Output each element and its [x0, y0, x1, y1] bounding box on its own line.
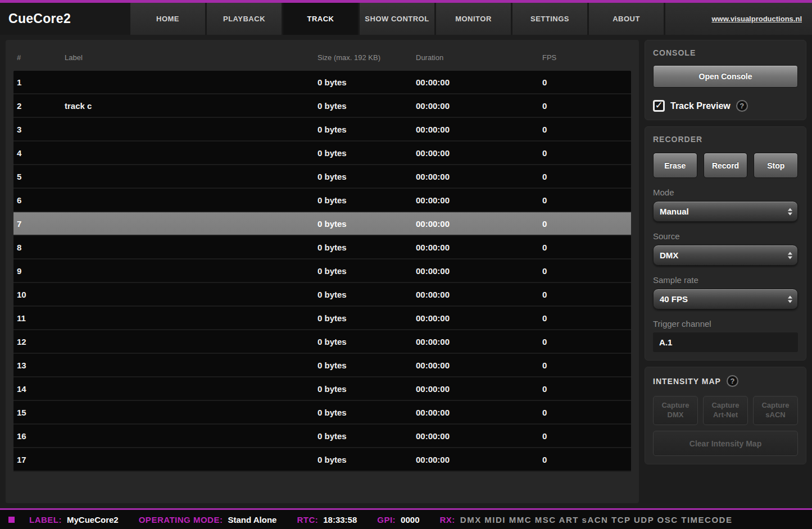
- capture-dmx-button[interactable]: CaptureDMX: [653, 396, 698, 425]
- track-row-10[interactable]: 100 bytes00:00:000: [13, 283, 631, 307]
- cell-size: 0 bytes: [314, 337, 412, 346]
- column-header-duration: Duration: [412, 53, 539, 62]
- track-row-12[interactable]: 120 bytes00:00:000: [13, 330, 631, 354]
- stop-button[interactable]: Stop: [754, 153, 798, 178]
- cell-duration: 00:00:00: [412, 77, 539, 87]
- intensity-map-panel: INTENSITY MAP ? CaptureDMXCaptureArt-Net…: [645, 367, 806, 464]
- sidebar: CONSOLE Open Console ✓ Track Preview ? R…: [645, 40, 806, 503]
- nav-tab-track[interactable]: TRACK: [283, 3, 358, 35]
- sample-rate-select[interactable]: 40 FPS: [653, 289, 798, 309]
- nav-tab-about[interactable]: ABOUT: [589, 3, 664, 35]
- track-row-3[interactable]: 30 bytes00:00:000: [13, 118, 631, 142]
- track-row-6[interactable]: 60 bytes00:00:000: [13, 189, 631, 212]
- nav-url-area: www.visualproductions.nl: [665, 3, 812, 35]
- cell-num: 17: [13, 455, 61, 464]
- cell-size: 0 bytes: [314, 455, 412, 464]
- track-table-header: #LabelSize (max. 192 KB)DurationFPS: [13, 45, 631, 71]
- cell-duration: 00:00:00: [412, 219, 539, 229]
- cell-duration: 00:00:00: [412, 337, 539, 346]
- cell-size: 0 bytes: [314, 290, 412, 299]
- track-row-15[interactable]: 150 bytes00:00:000: [13, 401, 631, 425]
- track-row-9[interactable]: 90 bytes00:00:000: [13, 259, 631, 283]
- cell-fps: 0: [539, 266, 631, 276]
- cell-size: 0 bytes: [314, 431, 412, 441]
- erase-button[interactable]: Erase: [653, 153, 697, 178]
- track-table-body: 10 bytes00:00:0002track c0 bytes00:00:00…: [13, 71, 631, 472]
- cell-duration: 00:00:00: [412, 266, 539, 276]
- intensity-map-title: INTENSITY MAP: [653, 377, 721, 386]
- arrow-down-icon: [788, 300, 792, 303]
- status-gpi: GPI:0000: [377, 515, 419, 525]
- cell-fps: 0: [539, 195, 631, 205]
- cell-duration: 00:00:00: [412, 313, 539, 323]
- nav-tab-playback[interactable]: PLAYBACK: [207, 3, 282, 35]
- navbar: CueCore2 HOMEPLAYBACKTRACKSHOW CONTROLMO…: [0, 3, 812, 35]
- track-preview-label: Track Preview: [670, 101, 731, 111]
- cell-num: 11: [13, 313, 61, 323]
- track-row-2[interactable]: 2track c0 bytes00:00:000: [13, 94, 631, 118]
- selected-value: DMX: [660, 250, 678, 260]
- cell-duration: 00:00:00: [412, 431, 539, 441]
- status-value: MyCueCore2: [67, 515, 119, 525]
- cell-num: 4: [13, 148, 61, 158]
- cell-num: 12: [13, 337, 61, 346]
- record-button[interactable]: Record: [704, 153, 748, 178]
- track-preview-checkbox[interactable]: ✓: [653, 100, 665, 112]
- cell-fps: 0: [539, 313, 631, 323]
- status-key: OPERATING MODE:: [139, 515, 223, 525]
- status-indicator-icon: [8, 517, 15, 523]
- track-row-16[interactable]: 160 bytes00:00:000: [13, 425, 631, 448]
- track-row-1[interactable]: 10 bytes00:00:000: [13, 71, 631, 94]
- mode-select[interactable]: Manual: [653, 201, 798, 222]
- nav-tab-show-control[interactable]: SHOW CONTROL: [360, 3, 434, 35]
- recorder-buttons-row: EraseRecordStop: [653, 153, 798, 178]
- intensity-map-title-row: INTENSITY MAP ?: [653, 375, 798, 387]
- track-row-8[interactable]: 80 bytes00:00:000: [13, 236, 631, 259]
- cell-duration: 00:00:00: [412, 125, 539, 134]
- arrow-down-icon: [788, 212, 792, 215]
- cell-size: 0 bytes: [314, 313, 412, 323]
- track-row-13[interactable]: 130 bytes00:00:000: [13, 354, 631, 377]
- cell-fps: 0: [539, 148, 631, 158]
- status-label: LABEL:MyCueCore2: [29, 515, 119, 525]
- cell-fps: 0: [539, 337, 631, 346]
- track-row-11[interactable]: 110 bytes00:00:000: [13, 307, 631, 330]
- capture-sacn-button[interactable]: CapturesACN: [753, 396, 798, 425]
- status-key: GPI:: [377, 515, 396, 525]
- cell-num: 16: [13, 431, 61, 441]
- cell-fps: 0: [539, 219, 631, 229]
- source-select[interactable]: DMX: [653, 245, 798, 266]
- trigger-channel-input[interactable]: A.1: [653, 332, 798, 352]
- cell-size: 0 bytes: [314, 148, 412, 158]
- help-icon[interactable]: ?: [736, 100, 748, 112]
- website-link[interactable]: www.visualproductions.nl: [711, 15, 802, 23]
- cell-num: 14: [13, 384, 61, 394]
- track-row-14[interactable]: 140 bytes00:00:000: [13, 377, 631, 401]
- cell-num: 7: [13, 219, 61, 229]
- main-content: #LabelSize (max. 192 KB)DurationFPS 10 b…: [0, 35, 812, 508]
- nav-tab-settings[interactable]: SETTINGS: [512, 3, 587, 35]
- track-row-5[interactable]: 50 bytes00:00:000: [13, 165, 631, 189]
- help-icon[interactable]: ?: [727, 375, 738, 387]
- status-value: Stand Alone: [228, 515, 276, 525]
- track-row-4[interactable]: 40 bytes00:00:000: [13, 142, 631, 165]
- cell-num: 2: [13, 101, 61, 111]
- sample-rate-field-group: Sample rate40 FPS: [653, 275, 798, 309]
- trigger-channel-label: Trigger channel: [653, 319, 798, 329]
- track-row-7[interactable]: 70 bytes00:00:000: [13, 212, 631, 236]
- cell-num: 6: [13, 195, 61, 205]
- capture-art-net-button[interactable]: CaptureArt-Net: [703, 396, 748, 425]
- cell-fps: 0: [539, 384, 631, 394]
- cell-fps: 0: [539, 361, 631, 370]
- cell-duration: 00:00:00: [412, 290, 539, 299]
- nav-tab-monitor[interactable]: MONITOR: [436, 3, 511, 35]
- open-console-button[interactable]: Open Console: [653, 65, 798, 88]
- track-row-17[interactable]: 170 bytes00:00:000: [13, 448, 631, 472]
- clear-intensity-map-button[interactable]: Clear Intensity Map: [653, 431, 798, 456]
- cell-duration: 00:00:00: [412, 172, 539, 181]
- cell-duration: 00:00:00: [412, 384, 539, 394]
- cell-fps: 0: [539, 243, 631, 252]
- nav-tab-home[interactable]: HOME: [130, 3, 205, 35]
- status-bar: LABEL:MyCueCore2OPERATING MODE:Stand Alo…: [0, 508, 812, 529]
- cell-num: 3: [13, 125, 61, 134]
